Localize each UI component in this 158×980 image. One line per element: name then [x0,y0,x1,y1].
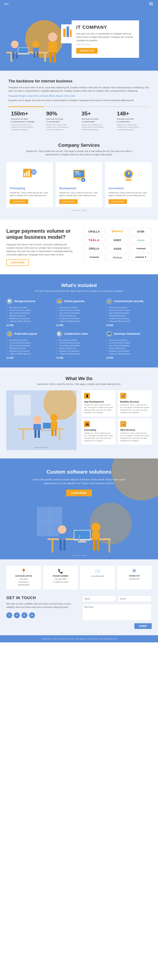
included-price-5: 12.00$ [106,356,152,359]
contact-left: GET IN TOUCH We make success credibility… [6,596,76,629]
backbone-paragraph: Paragraph lorem ipsum dolor sit amet, co… [8,86,150,93]
twitter-icon[interactable]: ✦ [14,612,20,618]
ww-service-name-0: App Development [84,401,113,403]
contact-card-title-1: PHONE NUMBER [45,575,76,577]
svg-text:✏: ✏ [33,170,35,173]
backbone-link[interactable]: Paragraph finagite ut pares item commodo… [8,95,76,97]
svg-rect-9 [17,54,29,55]
nav-menu-icon[interactable] [148,2,154,6]
services-img-tag: Image from Freepik [6,209,152,211]
stat-item-2: 35+ Duis aute irure dolorin reprehenderi… [79,107,114,134]
facebook-icon[interactable]: f [6,612,12,618]
hero-section: IT COMPANY Duis aute irure dolor in repr… [0,8,158,71]
included-item-4: 📝 Collaboration notes ✓Duis aute irure d… [56,331,102,359]
included-item-title-1: 💳 Global payments [56,298,102,304]
service-name-2: Innovations [108,187,148,190]
custom-title: Custom software solutions [6,469,152,475]
stat-desc: Aliquam erat volutpat. Namcongue ipsum i… [82,124,112,131]
svg-rect-66 [108,540,110,553]
ww-service-1: 🚀 Mobility Services Sample text. Click t… [118,390,152,417]
svg-point-52 [50,414,58,422]
hero-contact-button[interactable]: CONTACT US [76,48,98,54]
included-item-5: 💻 Developer Dashboard ✓Duis aute irure d… [106,331,152,359]
included-grid: 📊 Manage business ✓Duis aute irure dolor… [6,298,152,359]
stat-desc: Aliquam erat volutpat. Namcongue ipsum i… [46,124,77,131]
included-price-0: 12.00$ [6,324,52,326]
dashboard-icon: 💻 [106,331,112,337]
svg-rect-25 [29,170,30,177]
stat-label: Duis aute irure dolorin reprehenderit [46,118,77,123]
included-list-5: ✓Duis aute irure dolore ✓Ut enim ad mini… [106,339,152,355]
svg-rect-2 [44,53,46,62]
included-price-1: 12.00$ [56,324,102,326]
ww-service-0: 📱 App Development Sample text. Click to … [82,390,116,417]
app-dev-icon: 📱 [84,393,90,399]
svg-rect-65 [52,540,53,553]
svg-rect-11 [48,41,57,52]
service-icon-1: ⚙ [59,165,99,185]
svg-rect-16 [66,27,69,37]
svg-point-18 [32,41,39,48]
stat-item-1: 90% Duis aute irure dolorin reprehenderi… [44,107,79,134]
stat-label: Duis aute irure dolorin reprehenderit in… [11,118,41,123]
services-title: Company Services [6,143,152,148]
contact-card-text-1: +144 093 8547 +1 (444) 011-9287 [45,578,76,584]
svg-rect-1 [11,53,12,62]
linkedin-icon[interactable]: in [29,612,35,618]
service-card-1: ⚙ Development Sample text. Click to sele… [56,162,102,207]
hero-description: Duis aute irure dolor in reprehenderit i… [76,32,134,42]
stat-number: 35+ [82,110,112,117]
support-icon: 🛠 [119,569,150,573]
service-btn-0[interactable]: LEARN MORE [10,199,28,204]
service-btn-1[interactable]: LEARN MORE [59,199,78,204]
service-name-1: Development [59,187,99,190]
message-textarea[interactable] [82,604,152,621]
backbone-paragraph2: Excepteur nisi ut aliquat. Duis aute iru… [8,99,150,102]
svg-point-67 [58,525,66,534]
svg-text:💡: 💡 [127,172,131,176]
seo-icon: 🔍 [120,421,126,427]
email-input[interactable] [118,596,152,602]
whatwedo-illustration: Image from Freepik [6,390,76,450]
contact-form: SUBMIT [82,596,152,629]
service-name-0: Prototyping [10,187,50,190]
hero-title: IT COMPANY [76,25,134,30]
svg-rect-79 [79,535,80,541]
ww-service-name-2: Consulting [84,429,113,431]
svg-rect-46 [34,424,41,430]
service-desc-1: Sample text. Click to select the text bo… [59,191,99,197]
instagram-icon[interactable]: ◎ [21,612,27,618]
ww-service-name-3: SEO Services [120,429,149,431]
service-btn-2[interactable]: LEARN MORE [108,199,127,204]
svg-rect-4 [11,48,18,53]
svg-point-10 [48,32,57,41]
name-input[interactable] [82,596,116,602]
contact-main: GET IN TOUCH We make success credibility… [6,596,152,635]
included-item-3: 💰 Predictable payout ✓Duis aute irure do… [6,331,52,359]
contact-card-text-2: 1.344.561.6489 [82,575,113,578]
contact-card-text-3: Sample text [119,578,150,581]
custom-learn-more-button[interactable]: LEARN MORE [66,490,92,496]
included-section: What's included Get 100+ features out of… [0,274,158,368]
included-item-title-5: 💻 Developer Dashboard [106,331,152,337]
svg-rect-39 [125,179,132,181]
contact-submit-button[interactable]: SUBMIT [134,623,152,629]
whatwedo-img-tag: Image from Freepik [6,445,76,449]
contact-info-row: 📍 OUR MAIN OFFICE Duis aute irure dolor … [6,566,152,589]
services-subtitle: Sample text. Click to select the text bo… [24,150,134,156]
svg-rect-21 [37,52,38,57]
nav-logo: logo [4,3,9,5]
svg-rect-31 [75,173,81,174]
svg-rect-24 [26,172,27,177]
payments-learn-more-button[interactable]: LEARN MORE [6,259,29,266]
service-desc-2: Sample text. Click to select the text bo… [108,191,148,197]
whatwedo-subtitle: Sample text. Click to select the text bo… [6,383,152,385]
contact-card-text-0: Duis aute irure dolor in reprehenderit [8,578,39,587]
whatwedo-content: Image from Freepik 📱 App Development Sam… [6,390,152,450]
included-item-title-4: 📝 Collaboration notes [56,331,102,337]
contact-card-2: ✉️ 1.344.561.6489 [80,566,115,589]
ww-service-desc-2: Sample text. Click to select the text bo… [84,432,113,442]
svg-rect-42 [18,428,64,430]
svg-rect-44 [59,430,60,441]
logo-item-3: TESLA [83,237,105,243]
